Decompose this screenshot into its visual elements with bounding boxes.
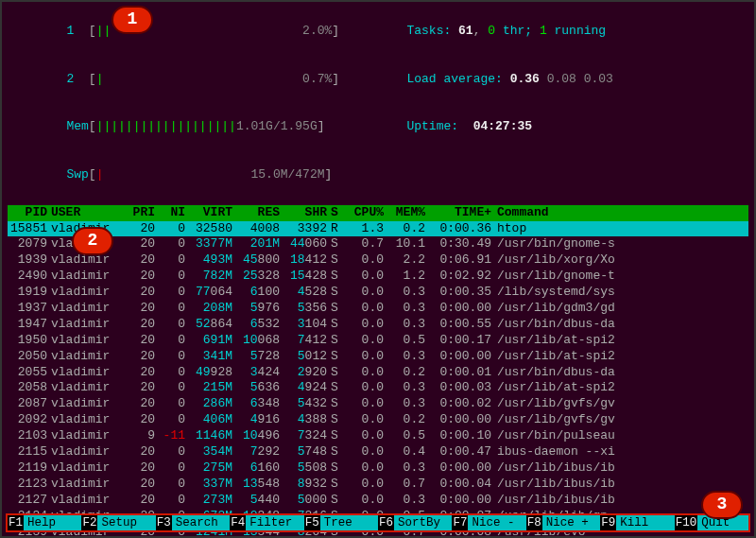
footer-bar[interactable]: F1HelpF2SetupF3SearchF4FilterF5TreeF6Sor…: [6, 513, 750, 532]
table-row[interactable]: 2127vladimir200273M54405000S0.00.30:00.0…: [8, 493, 748, 509]
load2: 0.08: [547, 72, 576, 86]
mem-label: Mem: [66, 119, 88, 133]
swp-label: Swp: [66, 167, 88, 182]
table-row[interactable]: 2058vladimir200215M56364924S0.00.30:00.0…: [8, 380, 748, 396]
header-cpu[interactable]: CPU%: [342, 205, 384, 221]
tasks-running: 1: [540, 24, 547, 38]
table-row[interactable]: 2087vladimir200286M63485432S0.00.30:00.0…: [8, 396, 748, 412]
uptime-label: Uptime:: [406, 119, 458, 133]
header-ni[interactable]: NI: [155, 205, 185, 221]
header-time[interactable]: TIME+: [425, 205, 491, 221]
swp-val: 15.0M/472M: [250, 167, 324, 182]
footer-help[interactable]: F1Help: [8, 515, 81, 530]
footer-sortby[interactable]: F6SortBy: [378, 515, 452, 530]
header-mem[interactable]: MEM%: [384, 205, 425, 221]
header-pid[interactable]: PID: [8, 205, 51, 221]
table-row[interactable]: 2123vladimir200337M135488932S0.00.70:00.…: [8, 477, 748, 493]
table-row[interactable]: 2092vladimir200406M49164388S0.00.20:00.0…: [8, 412, 748, 428]
header-user[interactable]: USER: [51, 205, 119, 221]
footer-setup[interactable]: F2Setup: [81, 515, 155, 530]
load-label: Load average:: [406, 72, 502, 86]
cpu1-pct: 2.0%: [302, 24, 332, 38]
table-row[interactable]: 2103vladimir9-111146M104967324S0.00.50:0…: [8, 428, 748, 444]
table-row[interactable]: 2490vladimir200782M2532815428S0.01.20:02…: [8, 269, 748, 285]
summary-panel: 1 [|| 2.0%] Tasks: 61, 0 thr; 1 running …: [8, 6, 748, 205]
process-list[interactable]: 15851vladimir2003258040083392R1.30.20:00…: [8, 221, 748, 538]
tasks-thr: 0: [488, 24, 495, 38]
table-row[interactable]: 2055vladimir2004992834242920S0.00.20:00.…: [8, 365, 748, 381]
header-pri[interactable]: PRI: [119, 205, 155, 221]
footer-filter[interactable]: F4Filter: [230, 515, 303, 530]
load1: 0.36: [510, 72, 540, 86]
footer-nice-+[interactable]: F8Nice +: [526, 515, 600, 530]
table-row[interactable]: 2119vladimir200275M61605508S0.00.30:00.0…: [8, 460, 748, 477]
table-row[interactable]: 1947vladimir2005286465323104S0.00.30:00.…: [8, 317, 748, 333]
cpu2-pct: 0.7%: [302, 72, 332, 86]
annotation-marker-3: 3: [701, 491, 743, 519]
table-row[interactable]: 15851vladimir2003258040083392R1.30.20:00…: [8, 221, 748, 237]
footer-search[interactable]: F3Search: [156, 515, 230, 530]
load3: 0.03: [584, 72, 613, 86]
mem-bar: |||||||||||||||||||: [96, 119, 236, 133]
table-row[interactable]: 1919vladimir2007706461004528S0.00.30:00.…: [8, 285, 748, 301]
footer-nice--[interactable]: F7Nice -: [452, 515, 525, 530]
uptime-val: 04:27:35: [473, 119, 532, 133]
annotation-marker-2: 2: [72, 227, 113, 255]
header-virt[interactable]: VIRT: [185, 205, 232, 221]
mem-val: 1.01G/1.95G: [236, 119, 318, 133]
table-row[interactable]: 1950vladimir200691M100687412S0.00.50:00.…: [8, 333, 748, 349]
tasks-label: Tasks:: [406, 24, 451, 38]
table-row[interactable]: 1937vladimir200208M59765356S0.00.30:00.0…: [8, 301, 748, 317]
header-res[interactable]: RES: [232, 205, 280, 221]
table-row[interactable]: 2079vladimir2003377M201M44060S0.710.10:3…: [8, 236, 748, 252]
annotation-marker-1: 1: [112, 6, 153, 34]
cpu1-bar: ||: [96, 24, 112, 38]
table-row[interactable]: 1939vladimir200493M4580018412S0.02.20:06…: [8, 252, 748, 269]
footer-tree[interactable]: F5Tree: [304, 515, 378, 530]
header-shr[interactable]: SHR: [280, 205, 327, 221]
table-row[interactable]: 2115vladimir200354M72925748S0.00.40:00.4…: [8, 444, 748, 460]
table-row[interactable]: 2050vladimir200341M57285012S0.00.30:00.0…: [8, 349, 748, 365]
footer-kill[interactable]: F9Kill: [600, 515, 674, 530]
header-s[interactable]: S: [327, 205, 342, 221]
column-headers[interactable]: PID USER PRI NI VIRT RES SHR S CPU% MEM%…: [8, 205, 748, 221]
header-cmd[interactable]: Command: [491, 205, 748, 221]
tasks-total: 61: [458, 24, 473, 38]
